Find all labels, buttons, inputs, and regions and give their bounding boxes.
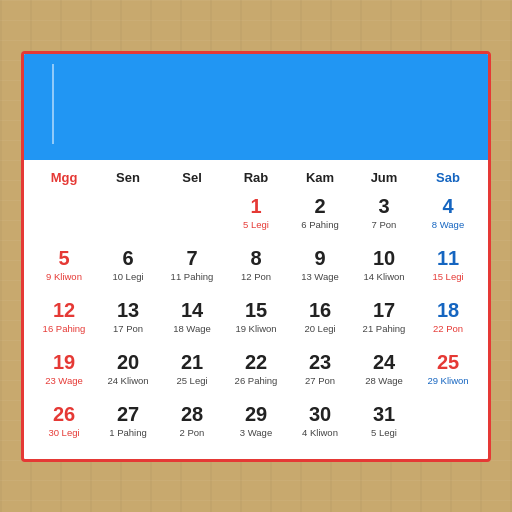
cal-cell: 711 Pahing: [160, 243, 224, 295]
day-header-sel: Sel: [160, 166, 224, 189]
cal-cell: 812 Pon: [224, 243, 288, 295]
day-sub: 13 Wage: [301, 271, 339, 282]
cal-cell: [416, 399, 480, 451]
cal-cell: 15 Legi: [224, 191, 288, 243]
cal-cell: 315 Legi: [352, 399, 416, 451]
cal-cell: 1620 Legi: [288, 295, 352, 347]
day-sub: 24 Kliwon: [107, 375, 148, 386]
day-sub: 30 Legi: [48, 427, 79, 438]
day-number: 18: [437, 298, 459, 322]
cal-cell: 304 Kliwon: [288, 399, 352, 451]
day-sub: 2 Pon: [180, 427, 205, 438]
day-number: 12: [53, 298, 75, 322]
day-sub: 23 Wage: [45, 375, 83, 386]
day-number: 24: [373, 350, 395, 374]
day-header-rab: Rab: [224, 166, 288, 189]
day-sub: 21 Pahing: [363, 323, 406, 334]
day-number: 30: [309, 402, 331, 426]
cal-cell: 271 Pahing: [96, 399, 160, 451]
cal-cell: 1418 Wage: [160, 295, 224, 347]
day-number: 10: [373, 246, 395, 270]
day-number: 8: [250, 246, 261, 270]
cal-cell: 1014 Kliwon: [352, 243, 416, 295]
cal-cell: 282 Pon: [160, 399, 224, 451]
day-number: 5: [58, 246, 69, 270]
day-number: 17: [373, 298, 395, 322]
day-number: 14: [181, 298, 203, 322]
day-header-sab: Sab: [416, 166, 480, 189]
day-number: 23: [309, 350, 331, 374]
day-number: 3: [378, 194, 389, 218]
calendar-body: MggSenSelRabKamJumSab 15 Legi26 Pahing37…: [24, 160, 488, 459]
day-number: 13: [117, 298, 139, 322]
day-sub: 8 Wage: [432, 219, 464, 230]
day-sub: 28 Wage: [365, 375, 403, 386]
day-sub: 7 Pon: [372, 219, 397, 230]
cal-cell: 2529 Kliwon: [416, 347, 480, 399]
cal-cell: 2327 Pon: [288, 347, 352, 399]
day-number: 25: [437, 350, 459, 374]
day-number: 26: [53, 402, 75, 426]
day-number: 9: [314, 246, 325, 270]
day-number: 1: [250, 194, 261, 218]
day-sub: 6 Pahing: [301, 219, 339, 230]
cal-cell: 37 Pon: [352, 191, 416, 243]
header-divider: [52, 64, 54, 144]
day-sub: 22 Pon: [433, 323, 463, 334]
day-number: 15: [245, 298, 267, 322]
cal-cell: 1822 Pon: [416, 295, 480, 347]
day-sub: 19 Kliwon: [235, 323, 276, 334]
day-number: 28: [181, 402, 203, 426]
day-sub: 10 Legi: [112, 271, 143, 282]
cal-cell: 1216 Pahing: [32, 295, 96, 347]
day-number: 19: [53, 350, 75, 374]
day-header-jum: Jum: [352, 166, 416, 189]
day-sub: 27 Pon: [305, 375, 335, 386]
day-number: 4: [442, 194, 453, 218]
cal-cell: 2125 Legi: [160, 347, 224, 399]
day-number: 27: [117, 402, 139, 426]
day-header-mgg: Mgg: [32, 166, 96, 189]
day-headers: MggSenSelRabKamJumSab: [32, 166, 480, 189]
day-sub: 5 Legi: [243, 219, 269, 230]
cal-cell: 48 Wage: [416, 191, 480, 243]
day-sub: 26 Pahing: [235, 375, 278, 386]
calendar-grid: 15 Legi26 Pahing37 Pon48 Wage59 Kliwon61…: [32, 191, 480, 451]
hijri-row: [24, 150, 488, 160]
day-sub: 5 Legi: [371, 427, 397, 438]
cal-cell: 2024 Kliwon: [96, 347, 160, 399]
cal-cell: 2226 Pahing: [224, 347, 288, 399]
day-number: 7: [186, 246, 197, 270]
day-number: 2: [314, 194, 325, 218]
cal-cell: 610 Legi: [96, 243, 160, 295]
day-sub: 20 Legi: [304, 323, 335, 334]
day-header-kam: Kam: [288, 166, 352, 189]
day-number: 31: [373, 402, 395, 426]
day-sub: 18 Wage: [173, 323, 211, 334]
day-sub: 1 Pahing: [109, 427, 147, 438]
day-number: 11: [437, 246, 459, 270]
cal-cell: [160, 191, 224, 243]
day-number: 29: [245, 402, 267, 426]
cal-cell: [32, 191, 96, 243]
day-sub: 11 Pahing: [171, 271, 214, 282]
day-sub: 29 Kliwon: [427, 375, 468, 386]
day-sub: 9 Kliwon: [46, 271, 82, 282]
day-sub: 16 Pahing: [43, 323, 86, 334]
cal-cell: 293 Wage: [224, 399, 288, 451]
day-header-sen: Sen: [96, 166, 160, 189]
cal-cell: 59 Kliwon: [32, 243, 96, 295]
cal-cell: 1923 Wage: [32, 347, 96, 399]
day-number: 6: [122, 246, 133, 270]
cal-cell: 1317 Pon: [96, 295, 160, 347]
cal-cell: 26 Pahing: [288, 191, 352, 243]
day-sub: 25 Legi: [176, 375, 207, 386]
cal-cell: 2428 Wage: [352, 347, 416, 399]
day-sub: 4 Kliwon: [302, 427, 338, 438]
day-number: 16: [309, 298, 331, 322]
cal-cell: 1115 Legi: [416, 243, 480, 295]
cal-cell: 913 Wage: [288, 243, 352, 295]
day-sub: 17 Pon: [113, 323, 143, 334]
cal-cell: 2630 Legi: [32, 399, 96, 451]
day-sub: 3 Wage: [240, 427, 272, 438]
